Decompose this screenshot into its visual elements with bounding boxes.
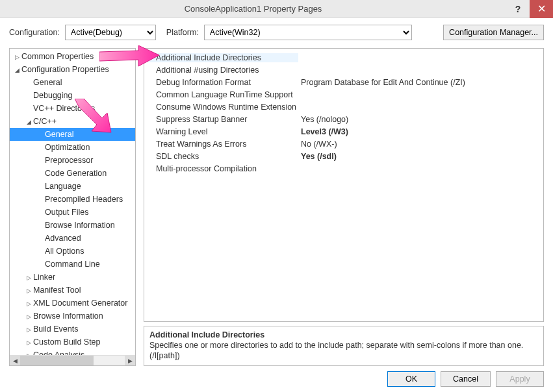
tree-item[interactable]: Build Events bbox=[10, 323, 135, 336]
tree-item-label: All Options bbox=[45, 247, 84, 256]
property-name: Additional Include Directories bbox=[144, 53, 298, 62]
property-row[interactable]: Additional #using Directories bbox=[144, 64, 543, 76]
tree-item[interactable]: XML Document Generator bbox=[10, 297, 135, 310]
tree-item-label: Code Analysis bbox=[33, 350, 84, 355]
tree-expand-icon[interactable] bbox=[24, 313, 33, 320]
tree-expand-icon[interactable] bbox=[24, 118, 33, 125]
tree-item-label: Browse Information bbox=[33, 312, 103, 321]
property-value[interactable]: Program Database for Edit And Continue (… bbox=[298, 78, 543, 87]
tree-item[interactable]: Output Files bbox=[10, 206, 135, 219]
tree-item[interactable]: Precompiled Headers bbox=[10, 193, 135, 206]
tree-expand-icon[interactable] bbox=[12, 53, 21, 60]
tree-item-label: Common Properties bbox=[21, 52, 94, 61]
tree-item[interactable]: General bbox=[10, 128, 135, 141]
configuration-select[interactable]: Active(Debug) bbox=[65, 25, 156, 40]
description-box: Additional Include Directories Specifies… bbox=[144, 326, 544, 366]
tree-item-label: Build Events bbox=[33, 325, 78, 334]
property-value[interactable]: Level3 (/W3) bbox=[298, 127, 543, 136]
tree-item-label: Code Generation bbox=[45, 169, 107, 178]
property-row[interactable]: Multi-processor Compilation bbox=[144, 162, 543, 175]
apply-button[interactable]: Apply bbox=[496, 371, 544, 387]
tree-expand-icon[interactable] bbox=[24, 300, 33, 307]
tree-item-label: Precompiled Headers bbox=[45, 195, 123, 204]
cancel-button[interactable]: Cancel bbox=[441, 371, 491, 387]
tree-item[interactable]: Code Analysis bbox=[10, 349, 135, 355]
tree-item[interactable]: Browse Information bbox=[10, 219, 135, 232]
config-row: Configuration: Active(Debug) Platform: A… bbox=[0, 18, 553, 48]
property-row[interactable]: Warning LevelLevel3 (/W3) bbox=[144, 125, 543, 138]
tree-item-label: General bbox=[33, 78, 62, 87]
platform-select[interactable]: Active(Win32) bbox=[204, 25, 412, 40]
tree-item-label: C/C++ bbox=[33, 117, 57, 126]
tree-item[interactable]: General bbox=[10, 76, 135, 89]
property-row[interactable]: Common Language RunTime Support bbox=[144, 88, 543, 101]
right-pane: Additional Include DirectoriesAdditional… bbox=[144, 48, 544, 366]
tree-item[interactable]: Command Line bbox=[10, 258, 135, 271]
tree-item[interactable]: Configuration Properties bbox=[10, 63, 135, 76]
window-title: ConsoleApplication1 Property Pages bbox=[0, 4, 506, 14]
tree-item[interactable]: Manifest Tool bbox=[10, 284, 135, 297]
tree-item-label: Preprocessor bbox=[45, 156, 93, 165]
property-name: Warning Level bbox=[144, 127, 298, 136]
tree-item-label: Optimization bbox=[45, 143, 90, 152]
tree-item[interactable]: Optimization bbox=[10, 141, 135, 154]
ok-button[interactable]: OK bbox=[387, 371, 435, 387]
tree-expand-icon[interactable] bbox=[24, 339, 33, 346]
close-button[interactable]: ✕ bbox=[530, 0, 553, 18]
property-row[interactable]: SDL checksYes (/sdl) bbox=[144, 150, 543, 162]
tree-expand-icon[interactable] bbox=[24, 326, 33, 333]
property-value[interactable]: Yes (/sdl) bbox=[298, 152, 543, 161]
property-name: Suppress Startup Banner bbox=[144, 115, 298, 124]
tree-expand-icon[interactable] bbox=[24, 287, 33, 294]
tree-expand-icon[interactable] bbox=[24, 274, 33, 281]
tree-item[interactable]: Preprocessor bbox=[10, 154, 135, 167]
property-name: Debug Information Format bbox=[144, 78, 298, 87]
configuration-label: Configuration: bbox=[9, 28, 60, 37]
tree-item-label: Command Line bbox=[45, 260, 100, 269]
tree-item[interactable]: Debugging bbox=[10, 89, 135, 102]
property-row[interactable]: Suppress Startup BannerYes (/nologo) bbox=[144, 113, 543, 125]
property-row[interactable]: Additional Include Directories bbox=[144, 51, 543, 64]
property-name: Additional #using Directories bbox=[144, 66, 298, 75]
scroll-right-button[interactable]: ▶ bbox=[125, 356, 135, 366]
property-row[interactable]: Treat Warnings As ErrorsNo (/WX-) bbox=[144, 138, 543, 150]
description-text: Specifies one or more directories to add… bbox=[149, 341, 538, 361]
scroll-left-button[interactable]: ◀ bbox=[10, 356, 20, 366]
tree-item[interactable]: C/C++ bbox=[10, 115, 135, 128]
tree-item-label: Output Files bbox=[45, 208, 88, 217]
property-value[interactable]: No (/WX-) bbox=[298, 140, 543, 149]
tree-expand-icon[interactable] bbox=[12, 66, 21, 73]
tree-item[interactable]: All Options bbox=[10, 245, 135, 258]
tree-item-label: VC++ Directories bbox=[33, 104, 95, 113]
tree-item[interactable]: Common Properties bbox=[10, 50, 135, 63]
scroll-track[interactable] bbox=[20, 356, 125, 366]
tree-item-label: XML Document Generator bbox=[33, 299, 127, 308]
tree-item[interactable]: VC++ Directories bbox=[10, 102, 135, 115]
tree-horizontal-scrollbar[interactable]: ◀ ▶ bbox=[10, 355, 135, 365]
scroll-thumb[interactable] bbox=[20, 356, 94, 366]
property-row[interactable]: Consume Windows Runtime Extension bbox=[144, 101, 543, 113]
tree-item-label: Custom Build Step bbox=[33, 337, 101, 347]
property-name: Common Language RunTime Support bbox=[144, 90, 298, 99]
tree-item[interactable]: Custom Build Step bbox=[10, 336, 135, 349]
property-grid[interactable]: Additional Include DirectoriesAdditional… bbox=[144, 48, 544, 322]
tree-item-label: Browse Information bbox=[45, 221, 115, 230]
description-title: Additional Include Directories bbox=[149, 330, 538, 339]
tree-item[interactable]: Code Generation bbox=[10, 167, 135, 180]
tree-item-label: Language bbox=[45, 182, 81, 191]
tree-item-label: General bbox=[45, 130, 73, 139]
help-button[interactable]: ? bbox=[506, 0, 530, 18]
property-name: Consume Windows Runtime Extension bbox=[144, 103, 298, 112]
property-row[interactable]: Debug Information FormatProgram Database… bbox=[144, 76, 543, 88]
tree-item-label: Advanced bbox=[45, 234, 81, 243]
property-value[interactable]: Yes (/nologo) bbox=[298, 115, 543, 124]
property-name: SDL checks bbox=[144, 152, 298, 161]
tree-item[interactable]: Language bbox=[10, 180, 135, 193]
property-tree[interactable]: Common PropertiesConfiguration Propertie… bbox=[10, 49, 135, 355]
tree-item[interactable]: Advanced bbox=[10, 232, 135, 245]
tree-item-label: Linker bbox=[33, 273, 55, 282]
tree-item[interactable]: Linker bbox=[10, 271, 135, 284]
configuration-manager-button[interactable]: Configuration Manager... bbox=[443, 25, 544, 40]
property-name: Treat Warnings As Errors bbox=[144, 140, 298, 149]
tree-item[interactable]: Browse Information bbox=[10, 310, 135, 323]
